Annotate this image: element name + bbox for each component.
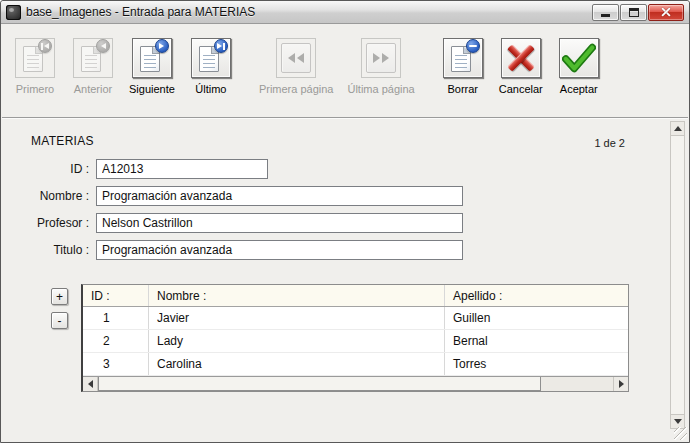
close-button[interactable]	[648, 4, 684, 21]
minimize-icon	[601, 14, 610, 17]
cell-nombre[interactable]: Lady	[149, 330, 445, 352]
window-title: base_Imagenes - Entrada para MATERIAS	[26, 5, 255, 19]
titulo-field[interactable]	[96, 240, 463, 260]
field-label-profesor: Profesor :	[31, 216, 89, 230]
cell-nombre[interactable]: Javier	[149, 307, 445, 329]
doc-prev-icon	[73, 38, 113, 78]
toolbar-label: Aceptar	[560, 83, 598, 95]
hscroll-track[interactable]	[98, 377, 613, 391]
toolbar-button-cancelar[interactable]: Cancelar	[499, 38, 543, 95]
doc-last-icon	[191, 38, 231, 78]
section-title: MATERIAS	[31, 134, 94, 148]
grid-header-apellido: Apellido :	[445, 285, 628, 306]
maximize-icon	[629, 8, 639, 17]
toolbar-label: Anterior	[74, 83, 113, 95]
form-fields: ID : Nombre : Profesor : Titulo :	[31, 155, 463, 263]
app-window: base_Imagenes - Entrada para MATERIAS Pr…	[0, 0, 690, 443]
red-x-icon	[501, 38, 541, 78]
toolbar-button-primero: Primero	[13, 38, 57, 95]
toolbar-label: Última página	[347, 83, 414, 95]
detail-grid-area: + - ID : Nombre : Apellido : 1 Javier Gu…	[51, 284, 629, 392]
table-row[interactable]: 2 Lady Bernal	[83, 330, 628, 353]
chevrons-right-icon	[361, 38, 401, 78]
cell-id[interactable]: 3	[83, 353, 149, 375]
toolbar-button-ultima-pagina: Última página	[347, 38, 414, 95]
toolbar-button-primera-pagina: Primera página	[259, 38, 334, 95]
grid-gutter: + -	[51, 284, 81, 392]
nombre-field[interactable]	[96, 186, 463, 206]
toolbar-label: Borrar	[447, 83, 478, 95]
field-label-titulo: Titulo :	[31, 243, 89, 257]
scroll-down-arrow-icon[interactable]	[671, 414, 684, 428]
field-row-profesor: Profesor :	[31, 209, 463, 236]
field-row-id: ID :	[31, 155, 463, 182]
toolbar-button-anterior: Anterior	[71, 38, 115, 95]
window-controls	[592, 4, 684, 21]
cell-apellido[interactable]: Torres	[445, 353, 628, 375]
record-indicator: 1 de 2	[594, 137, 625, 149]
add-row-button[interactable]: +	[51, 288, 68, 305]
toolbar-label: Cancelar	[499, 83, 543, 95]
chevrons-left-icon	[276, 38, 316, 78]
field-label-nombre: Nombre :	[31, 189, 89, 203]
grid-horizontal-scrollbar[interactable]	[83, 376, 628, 391]
doc-minus-icon	[443, 38, 483, 78]
remove-row-button[interactable]: -	[51, 312, 68, 329]
field-row-titulo: Titulo :	[31, 236, 463, 263]
green-check-icon	[559, 38, 599, 78]
toolbar-button-ultimo[interactable]: Último	[189, 38, 233, 95]
detail-grid: ID : Nombre : Apellido : 1 Javier Guille…	[81, 284, 629, 392]
id-field[interactable]	[96, 159, 268, 179]
cell-apellido[interactable]: Bernal	[445, 330, 628, 352]
profesor-field[interactable]	[96, 213, 463, 233]
toolbar-divider	[2, 117, 688, 118]
close-icon	[661, 7, 672, 18]
form-vertical-scrollbar[interactable]	[670, 121, 685, 429]
toolbar-button-aceptar[interactable]: Aceptar	[557, 38, 601, 95]
toolbar-label: Primera página	[259, 83, 334, 95]
field-label-id: ID :	[31, 162, 89, 176]
grid-header-row: ID : Nombre : Apellido :	[83, 285, 628, 307]
toolbar-button-siguiente[interactable]: Siguiente	[129, 38, 175, 95]
hscroll-thumb[interactable]	[98, 377, 541, 391]
doc-first-icon	[15, 38, 55, 78]
toolbar: Primero Anterior Siguiente Último	[1, 24, 689, 117]
cell-nombre[interactable]: Carolina	[149, 353, 445, 375]
grid-header-id: ID :	[83, 285, 149, 306]
toolbar-label: Primero	[16, 83, 55, 95]
table-row[interactable]: 1 Javier Guillen	[83, 307, 628, 330]
minimize-button[interactable]	[592, 4, 619, 21]
toolbar-button-borrar[interactable]: Borrar	[441, 38, 485, 95]
maximize-button[interactable]	[620, 4, 647, 21]
grid-header-nombre: Nombre :	[149, 285, 445, 306]
doc-next-icon	[132, 38, 172, 78]
cell-apellido[interactable]: Guillen	[445, 307, 628, 329]
titlebar[interactable]: base_Imagenes - Entrada para MATERIAS	[1, 1, 689, 24]
cell-id[interactable]: 1	[83, 307, 149, 329]
scroll-left-arrow-icon[interactable]	[83, 377, 98, 391]
table-row[interactable]: 3 Carolina Torres	[83, 353, 628, 376]
app-icon	[6, 5, 21, 20]
toolbar-label: Siguiente	[129, 83, 175, 95]
vscroll-thumb[interactable]	[671, 136, 684, 414]
field-row-nombre: Nombre :	[31, 182, 463, 209]
vscroll-track[interactable]	[671, 136, 684, 414]
scroll-right-arrow-icon[interactable]	[613, 377, 628, 391]
scroll-up-arrow-icon[interactable]	[671, 122, 684, 136]
cell-id[interactable]: 2	[83, 330, 149, 352]
toolbar-label: Último	[195, 83, 226, 95]
resize-grip[interactable]	[674, 427, 687, 440]
